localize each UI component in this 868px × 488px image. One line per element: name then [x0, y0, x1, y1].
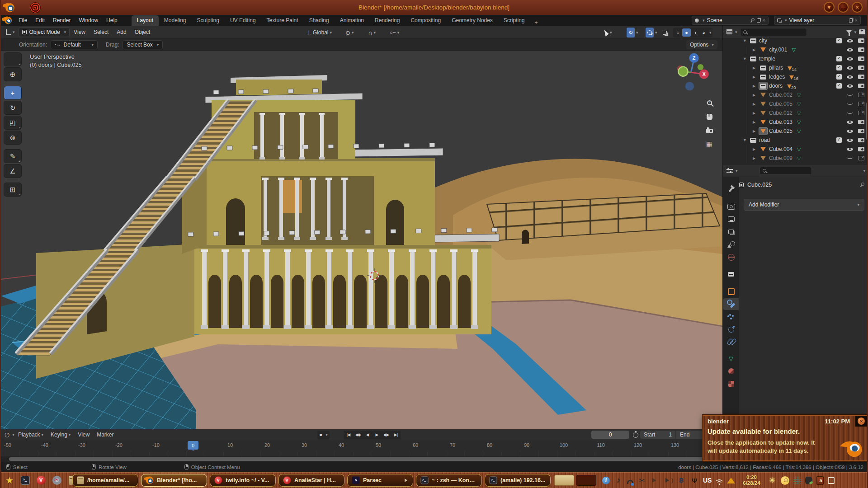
outliner-row[interactable]: city ▽ — [723, 36, 868, 45]
scene-selector[interactable]: ▾ Scene × — [692, 16, 769, 25]
tab-tool-properties[interactable] — [723, 183, 739, 195]
task-vivaldi-analiestar[interactable]: AnalieStar | H... — [278, 474, 344, 487]
outliner-filter-dropdown[interactable]: ▾ — [846, 30, 856, 34]
expand-arrow[interactable] — [743, 56, 749, 61]
tab-scene-properties[interactable] — [723, 239, 739, 250]
disable-in-renders-toggle[interactable] — [858, 147, 864, 151]
viewport-camera-button[interactable] — [704, 126, 714, 136]
shading-material-button[interactable]: ◑ — [691, 28, 699, 37]
tab-view-layer-properties[interactable] — [723, 226, 739, 238]
tray-updates-icon[interactable] — [727, 478, 735, 483]
outliner-row[interactable]: Cube.009 ▽ — [723, 154, 868, 163]
viewport-menu-item[interactable]: Object — [131, 29, 155, 35]
workspace-tab[interactable]: Modeling — [159, 15, 192, 26]
disable-in-renders-toggle[interactable] — [858, 38, 864, 43]
show-desktop-button[interactable] — [828, 477, 835, 484]
launcher-konsole[interactable] — [20, 475, 30, 485]
tab-collection-properties[interactable] — [723, 268, 739, 280]
tray-wifi-icon[interactable] — [716, 479, 723, 484]
shade-window-button[interactable]: ▼ — [824, 2, 835, 13]
previous-frame-button[interactable]: ◀ — [363, 431, 372, 439]
tray-wallet-icon[interactable] — [805, 477, 812, 484]
expand-arrow[interactable] — [753, 84, 759, 88]
tab-material-properties[interactable] — [723, 365, 739, 377]
jump-to-start-button[interactable]: |◀ — [344, 431, 353, 439]
shading-wireframe-button[interactable]: ○ — [674, 28, 682, 37]
playhead[interactable]: 0 — [188, 441, 198, 450]
app-menu-item[interactable]: Help — [102, 17, 122, 23]
workspace-tab[interactable]: Compositing — [405, 15, 446, 26]
next-keyframe-button[interactable]: ◆▶ — [382, 431, 391, 439]
outliner-row[interactable]: doors 20 ▽ — [723, 81, 868, 90]
orientation-dropdown[interactable]: •→Default▾ — [51, 40, 98, 49]
outliner-scrollbar[interactable] — [866, 103, 868, 140]
task-vivaldi-twily[interactable]: twily.info ~/ - V... — [210, 474, 276, 487]
collection-exclude-checkbox[interactable] — [836, 137, 842, 143]
app-menu-item[interactable]: Render — [49, 17, 75, 23]
new-collection-button[interactable] — [859, 29, 865, 34]
previous-keyframe-button[interactable]: ◀◆ — [353, 431, 363, 439]
tray-headphones-icon[interactable] — [627, 480, 633, 484]
object-type-visibility-dropdown[interactable]: ▾ — [605, 28, 612, 38]
pin-id-icon[interactable] — [860, 183, 864, 187]
disable-in-renders-toggle[interactable] — [858, 47, 864, 52]
tray-usb-icon[interactable]: Ψ — [690, 476, 699, 485]
outliner-row[interactable]: Cube.005 ▽ — [723, 99, 868, 108]
disable-in-renders-toggle[interactable] — [858, 66, 864, 70]
disable-in-renders-toggle[interactable] — [858, 138, 864, 142]
measure-tool[interactable]: ∠ — [4, 164, 22, 178]
collection-exclude-checkbox[interactable] — [836, 65, 842, 70]
outliner-row[interactable]: Cube.025 ▽ — [723, 127, 868, 136]
expand-arrow[interactable] — [743, 138, 749, 142]
viewport-menu-item[interactable]: Add — [113, 29, 130, 35]
task-blender[interactable]: Blender* [/ho... — [141, 474, 207, 487]
collection-exclude-checkbox[interactable] — [836, 38, 842, 43]
view-layer-selector[interactable]: ▾ ViewLayer × — [774, 16, 861, 25]
launcher-video-editor[interactable] — [52, 475, 62, 485]
outliner-row[interactable]: city.001 ▽ — [723, 45, 868, 54]
task-konsole-ssh[interactable]: (amalie) 192.16... — [485, 474, 551, 487]
tray-music-icon[interactable]: ♪ — [614, 476, 623, 485]
jump-to-end-button[interactable]: ▶| — [391, 431, 401, 439]
disable-in-renders-toggle[interactable] — [858, 111, 864, 115]
hide-in-viewport-toggle[interactable] — [847, 74, 853, 80]
expand-arrow[interactable] — [753, 66, 759, 70]
hide-in-viewport-toggle[interactable] — [847, 101, 853, 107]
viewport-zoom-button[interactable] — [704, 98, 714, 108]
auto-keying-toggle[interactable]: ●▾ — [317, 431, 330, 439]
app-launcher-star[interactable]: ★ — [5, 475, 14, 485]
hide-in-viewport-toggle[interactable] — [847, 65, 853, 70]
pager-workspace-1[interactable] — [554, 475, 574, 486]
cursor-tool[interactable]: ⊕ — [4, 67, 22, 81]
frame-start-field[interactable]: Start1 — [640, 431, 675, 439]
expand-arrow[interactable] — [743, 38, 749, 43]
current-frame-field[interactable]: 0 — [591, 431, 629, 439]
clock[interactable]: 0:20 6/28/24 — [739, 474, 764, 486]
workspace-tab[interactable]: Rendering — [369, 15, 405, 26]
tweak-select-tool[interactable] — [4, 52, 22, 66]
tab-physics-properties[interactable] — [723, 324, 739, 335]
tab-object-data-properties[interactable] — [723, 352, 739, 364]
tab-output-properties[interactable] — [723, 213, 739, 225]
snap-toggle[interactable]: ∩▾ — [368, 28, 376, 38]
tab-object-properties[interactable] — [723, 286, 739, 297]
outliner-display-mode-dropdown[interactable]: ▾ — [726, 29, 737, 34]
viewport-menu-item[interactable]: Select — [90, 29, 113, 35]
shading-solid-button[interactable]: ● — [682, 28, 691, 37]
show-gizmos-toggle[interactable]: ↻▾ — [627, 28, 638, 38]
disable-in-renders-toggle[interactable] — [858, 84, 864, 88]
transform-orientation-dropdown[interactable]: ⊥ Global▾ — [307, 28, 332, 38]
hide-in-viewport-toggle[interactable] — [847, 110, 853, 116]
collection-exclude-checkbox[interactable] — [836, 56, 842, 61]
workspace-tab[interactable]: Geometry Nodes — [446, 15, 498, 26]
collection-exclude-checkbox[interactable] — [836, 83, 842, 89]
3d-viewport[interactable]: User Perspective (0) doors | Cube.025 ⊕ … — [1, 51, 722, 429]
timeline-menu-item[interactable]: View▾ — [74, 432, 93, 438]
launcher-vivaldi[interactable] — [36, 475, 46, 485]
hide-in-viewport-toggle[interactable] — [847, 83, 853, 89]
tray-emoji-icon[interactable] — [781, 476, 789, 485]
outliner-row[interactable]: Cube.004 ▽ — [723, 145, 868, 154]
viewport-ortho-toggle[interactable]: ▦ — [704, 139, 714, 149]
workspace-tab[interactable]: Texture Paint — [261, 15, 304, 26]
outliner-row[interactable]: ledges 16 ▽ — [723, 72, 868, 81]
